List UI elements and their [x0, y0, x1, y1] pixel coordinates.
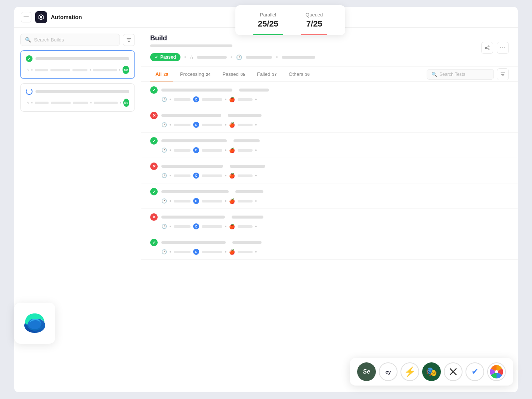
svg-line-6 — [486, 47, 488, 48]
app-logo — [35, 11, 47, 23]
selenium-icon-btn[interactable]: Se — [357, 362, 376, 381]
search-row: 🔍 Search Builds — [20, 34, 135, 46]
build-status-row: ✓ Passed • ⑃ • 🕐 • — [150, 49, 315, 66]
tests-filter-button[interactable] — [497, 68, 509, 80]
chrome-icon: C — [193, 96, 199, 102]
time-icon: 🕐 — [161, 173, 167, 178]
tab-others[interactable]: Others 36 — [284, 67, 315, 81]
test-row[interactable]: ✕ 🕐 C 🍎 — [141, 107, 518, 133]
filter-button[interactable] — [123, 34, 135, 46]
svg-point-15 — [495, 370, 498, 373]
test-pass-icon: ✓ — [150, 137, 158, 145]
test-row[interactable]: ✓ 🕐 C 🍎 — [141, 133, 518, 158]
user-avatar-1: Se — [123, 66, 129, 74]
queued-status: Queued 7/25 — [292, 5, 336, 35]
build-search-bar[interactable]: 🔍 Search Builds — [20, 34, 120, 46]
svg-point-12 — [28, 319, 41, 329]
time-icon: 🕐 — [161, 148, 167, 153]
chrome-icon: C — [193, 223, 199, 229]
share-button[interactable] — [481, 42, 493, 54]
apple-icon: 🍎 — [229, 249, 235, 255]
test-fail-icon: ✕ — [150, 163, 158, 170]
passed-badge: ✓ Passed — [150, 53, 180, 61]
chrome-icon: C — [193, 173, 199, 179]
tab-processing-count: 24 — [206, 72, 210, 77]
edge-icon — [22, 310, 47, 336]
time-icon: 🕐 — [161, 97, 167, 102]
test-list: ✓ 🕐 C 🍎 — [141, 82, 518, 392]
queued-label: Queued — [306, 12, 323, 18]
test-row[interactable]: ✓ 🕐 C 🍎 — [141, 82, 518, 107]
apple-icon: 🍎 — [229, 97, 235, 102]
tabs-bar: All 20 Processing 24 Passed 05 Failed 37… — [141, 67, 518, 82]
apple-icon: 🍎 — [229, 198, 235, 204]
search-icon: 🔍 — [25, 37, 31, 43]
queued-value: 7/25 — [306, 19, 322, 29]
search-builds-input[interactable]: Search Builds — [34, 37, 115, 43]
test-row[interactable]: ✓ 🕐 C 🍎 — [141, 183, 518, 209]
tab-passed-label: Passed — [222, 71, 238, 77]
menu-button[interactable] — [21, 12, 31, 22]
branch-icon: ⑃ — [27, 68, 29, 72]
apple-icon: 🍎 — [229, 122, 235, 128]
apple-icon: 🍎 — [229, 148, 235, 153]
search-tests-placeholder: Search Tests — [439, 72, 465, 77]
test-fail-icon: ✕ — [150, 213, 158, 221]
time-icon: 🕐 — [161, 224, 167, 229]
parallel-underline — [253, 34, 283, 35]
tab-all[interactable]: All 20 — [150, 67, 173, 81]
build-status-pass-icon: ✓ — [26, 55, 33, 62]
test-pass-icon: ✓ — [150, 86, 158, 94]
menu-line — [24, 18, 29, 19]
tab-processing[interactable]: Processing 24 — [175, 67, 216, 81]
pinwheel-icon-btn[interactable] — [487, 362, 506, 381]
build-title-section: Build ✓ Passed • ⑃ • 🕐 • — [150, 34, 315, 66]
menu-line — [24, 16, 29, 16]
cross-browser-icon-btn[interactable] — [444, 362, 463, 381]
build-card-2[interactable]: ⑃ Se — [20, 83, 135, 112]
tab-failed-label: Failed — [257, 71, 270, 77]
test-row[interactable]: ✕ 🕐 C 🍎 — [141, 158, 518, 183]
tab-failed-count: 37 — [272, 72, 276, 77]
parallel-value: 25/25 — [258, 19, 278, 29]
build-progress-bar — [150, 44, 232, 47]
tab-all-count: 20 — [164, 72, 168, 77]
svg-line-7 — [486, 48, 488, 49]
time-icon: 🕐 — [161, 198, 167, 204]
more-options-button[interactable]: ··· — [497, 42, 509, 54]
apple-icon: 🍎 — [229, 224, 235, 229]
build-actions: ··· — [481, 42, 509, 59]
appium-icon-btn[interactable]: ⚡ — [400, 362, 419, 381]
build-title-bar-2 — [35, 90, 129, 93]
time-icon: 🕐 — [161, 249, 167, 254]
build-card-1[interactable]: ✓ ⑃ Se — [20, 50, 135, 79]
cypress-icon-btn[interactable]: cy — [379, 362, 398, 381]
tab-processing-label: Processing — [180, 71, 204, 77]
parallel-label: Parallel — [260, 12, 276, 18]
test-row[interactable]: ✕ 🕐 C 🍎 — [141, 209, 518, 234]
chrome-icon: C — [193, 147, 199, 153]
user-avatar-2: Se — [123, 99, 129, 107]
edge-browser-card[interactable] — [14, 303, 55, 344]
search-tests-bar[interactable]: 🔍 Search Tests — [427, 69, 494, 80]
build-title: Build — [150, 34, 315, 42]
apple-icon: 🍎 — [229, 173, 235, 179]
branch-icon-2: ⑃ — [27, 100, 29, 105]
test-fail-icon: ✕ — [150, 112, 158, 119]
playwright-icon-btn[interactable]: 🎭 — [422, 362, 441, 381]
time-icon: 🕐 — [161, 122, 167, 127]
chrome-icon: C — [193, 122, 199, 128]
build-status-processing-icon — [26, 88, 33, 95]
test-check-icon-btn[interactable]: ✔ — [466, 362, 484, 381]
tab-others-count: 36 — [305, 72, 310, 77]
clock-icon: 🕐 — [236, 55, 242, 60]
test-pass-icon: ✓ — [150, 188, 158, 195]
tab-passed[interactable]: Passed 05 — [217, 67, 250, 81]
queued-underline — [301, 34, 327, 35]
branch-meta-icon: ⑃ — [190, 54, 193, 60]
test-row[interactable]: ✓ 🕐 C 🍎 — [141, 234, 518, 260]
chrome-icon: C — [193, 198, 199, 204]
build-card-1-meta: ⑃ Se — [26, 66, 129, 74]
build-card-2-header — [26, 88, 129, 95]
tab-failed[interactable]: Failed 37 — [252, 67, 282, 81]
